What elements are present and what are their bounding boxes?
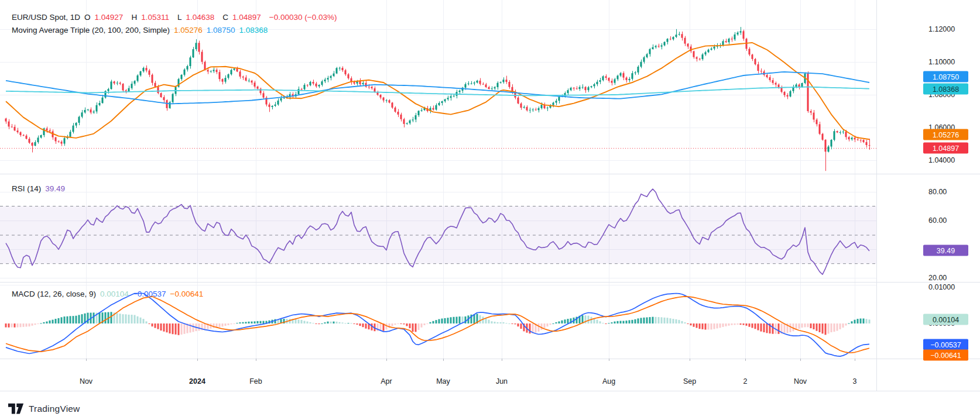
macd-legend-row[interactable]: MACD (12, 26, close, 9) 0.00104 −0.00537… [12,290,207,298]
macd-line-badge: −0.00537 [923,339,968,350]
price-axis-label: 1.12000 [928,25,955,33]
brand-name: TradingView [29,404,80,414]
price-axis-label: 20.00 [928,274,947,282]
macd-indicator-name: MACD (12, 26, close, 9) [12,290,96,298]
ma100-price-badge: 1.08750 [923,71,968,82]
chart-canvas[interactable] [0,0,980,420]
time-axis-label: Apr [381,377,392,385]
time-axis-label: Nov [80,377,92,385]
symbol-legend-row[interactable]: EUR/USD Spot, 1D O1.04927 H1.05311 L1.04… [12,13,341,22]
tradingview-branding[interactable]: TradingView [8,402,80,415]
ma20-value: 1.05276 [174,26,203,35]
macd-signal-value: −0.00641 [170,290,204,298]
time-axis-label: Feb [249,377,262,385]
ma100-value: 1.08750 [207,26,235,35]
time-axis-label: May [436,377,450,385]
ma-legend-row[interactable]: Moving Average Triple (20, 100, 200, Sim… [12,26,272,35]
price-axis-label: 80.00 [928,188,947,196]
ma-indicator-name: Moving Average Triple (20, 100, 200, Sim… [12,26,170,35]
ohlc-low: L1.04638 [177,13,218,22]
price-axis-label: 0.01000 [928,283,955,291]
rsi-value: 39.49 [45,184,65,193]
time-axis-label: 2 [743,377,748,385]
price-axis-label: 1.04000 [928,156,955,164]
ohlc-open: O1.04927 [84,13,127,22]
tradingview-chart-window: EUR/USD Spot, 1D O1.04927 H1.05311 L1.04… [0,0,980,420]
rsi-legend-row[interactable]: RSI (14) 39.49 [12,184,69,193]
rsi-value-badge: 39.49 [923,245,968,256]
time-axis-label: Aug [602,377,615,385]
ohlc-close: C1.04897 [222,13,265,22]
ma20-price-badge: 1.05276 [923,129,968,140]
time-axis-label: 2024 [189,377,205,385]
tradingview-logo-icon [8,402,24,415]
price-axis-label: 60.00 [928,216,947,225]
last-price-badge: 1.04897 [923,143,968,154]
symbol-title: EUR/USD Spot, 1D [12,13,80,22]
macd-signal-badge: −0.00641 [923,350,968,361]
ma200-price-badge: 1.08368 [923,84,968,95]
macd-hist-badge: 0.00104 [923,314,968,325]
change-value: −0.00030 (−0.03%) [269,13,337,22]
ma200-value: 1.08368 [239,26,268,35]
rsi-indicator-name: RSI (14) [12,184,41,193]
ohlc-high: H1.05311 [131,13,173,22]
time-axis-label: 3 [853,377,857,385]
time-axis-label: Nov [794,377,807,385]
price-axis-label: 1.10000 [928,58,955,66]
macd-hist-value: 0.00104 [100,290,129,298]
time-axis-label: Jun [496,377,508,385]
time-axis-label: Sep [683,377,696,385]
macd-line-value: −0.00537 [133,290,166,298]
